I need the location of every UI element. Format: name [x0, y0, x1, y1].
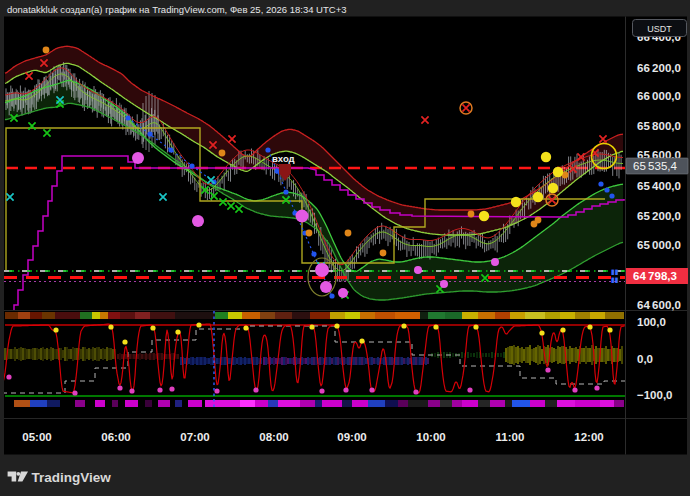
svg-text:11:00: 11:00 — [496, 431, 525, 443]
svg-text:05:00: 05:00 — [22, 431, 51, 443]
svg-text:10:00: 10:00 — [416, 431, 445, 443]
svg-text:65 200,0: 65 200,0 — [637, 210, 681, 222]
svg-text:64 600,0: 64 600,0 — [637, 299, 681, 311]
svg-text:65 800,0: 65 800,0 — [637, 120, 681, 132]
svg-text:USDT: USDT — [647, 24, 672, 34]
svg-text:66 200,0: 66 200,0 — [637, 62, 681, 74]
svg-text:65 535,4: 65 535,4 — [633, 160, 677, 172]
svg-text:65 000,0: 65 000,0 — [637, 239, 681, 251]
svg-text:вход: вход — [272, 153, 295, 164]
svg-text:−100,0: −100,0 — [637, 389, 673, 401]
svg-text:09:00: 09:00 — [337, 431, 366, 443]
svg-text:100,0: 100,0 — [637, 316, 666, 328]
svg-text:65 400,0: 65 400,0 — [637, 180, 681, 192]
svg-text:64 798,3: 64 798,3 — [633, 270, 677, 282]
svg-text:07:00: 07:00 — [180, 431, 209, 443]
svg-text:0,0: 0,0 — [637, 353, 653, 365]
svg-text:12:00: 12:00 — [574, 431, 603, 443]
svg-text:▮▮: ▮▮ — [611, 276, 619, 283]
svg-text:TradingView: TradingView — [32, 470, 112, 485]
svg-text:66 000,0: 66 000,0 — [637, 90, 681, 102]
svg-text:06:00: 06:00 — [101, 431, 130, 443]
svg-text:donatakkluk создал(а) график н: donatakkluk создал(а) график на TradingV… — [7, 4, 346, 15]
svg-text:▮▮: ▮▮ — [611, 268, 619, 275]
svg-text:08:00: 08:00 — [259, 431, 288, 443]
